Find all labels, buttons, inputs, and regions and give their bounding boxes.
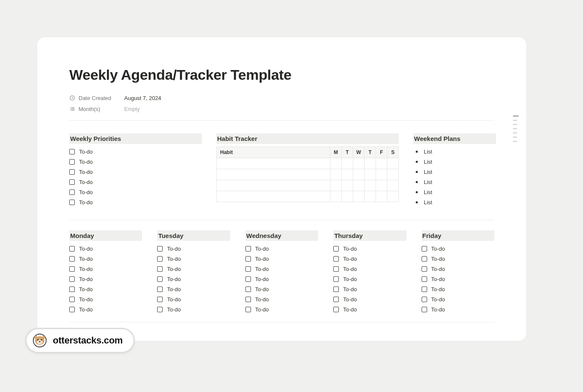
habit-day-cell[interactable] <box>365 169 376 180</box>
habit-day-cell[interactable] <box>387 191 399 202</box>
todo-item[interactable]: To-do <box>69 167 202 177</box>
todo-item[interactable]: To-do <box>69 264 142 274</box>
todo-text[interactable]: To-do <box>343 246 357 252</box>
todo-text[interactable]: To-do <box>343 306 357 313</box>
checkbox-icon[interactable] <box>422 307 427 312</box>
habit-day-cell[interactable] <box>387 180 399 191</box>
checkbox-icon[interactable] <box>69 287 75 292</box>
todo-text[interactable]: To-do <box>79 149 93 155</box>
todo-text[interactable]: To-do <box>79 306 93 313</box>
todo-item[interactable]: To-do <box>333 243 406 254</box>
habit-day-cell[interactable] <box>365 158 376 169</box>
checkbox-icon[interactable] <box>333 287 339 292</box>
todo-item[interactable]: To-do <box>422 264 494 274</box>
todo-item[interactable]: To-do <box>157 254 230 264</box>
list-item[interactable]: List <box>413 177 496 187</box>
habit-cell[interactable] <box>217 191 330 202</box>
checkbox-icon[interactable] <box>69 189 75 195</box>
todo-item[interactable]: To-do <box>69 197 202 207</box>
habit-day-cell[interactable] <box>342 169 353 180</box>
todo-item[interactable]: To-do <box>333 254 406 264</box>
property-value-months[interactable]: Empty <box>124 106 140 112</box>
todo-item[interactable]: To-do <box>157 304 230 314</box>
habit-day-cell[interactable] <box>376 180 387 191</box>
list-item[interactable]: List <box>413 197 496 207</box>
checkbox-icon[interactable] <box>69 297 75 302</box>
todo-item[interactable]: To-do <box>157 294 230 304</box>
todo-text[interactable]: To-do <box>431 246 445 252</box>
todo-item[interactable]: To-do <box>245 294 318 304</box>
habit-day-cell[interactable] <box>376 169 387 180</box>
checkbox-icon[interactable] <box>69 179 75 185</box>
todo-text[interactable]: To-do <box>431 296 445 303</box>
todo-text[interactable]: To-do <box>431 266 445 272</box>
todo-text[interactable]: To-do <box>79 199 93 205</box>
checkbox-icon[interactable] <box>157 307 163 312</box>
todo-text[interactable]: To-do <box>79 286 93 292</box>
todo-item[interactable]: To-do <box>422 254 494 264</box>
list-text[interactable]: List <box>424 179 432 185</box>
checkbox-icon[interactable] <box>333 297 339 302</box>
checkbox-icon[interactable] <box>69 169 75 175</box>
checkbox-icon[interactable] <box>333 246 339 251</box>
checkbox-icon[interactable] <box>422 276 427 282</box>
habit-cell[interactable] <box>217 169 330 180</box>
todo-item[interactable]: To-do <box>422 294 494 304</box>
todo-text[interactable]: To-do <box>167 266 181 272</box>
todo-item[interactable]: To-do <box>245 254 318 264</box>
todo-text[interactable]: To-do <box>255 296 269 303</box>
todo-text[interactable]: To-do <box>343 296 357 303</box>
todo-text[interactable]: To-do <box>343 286 357 292</box>
habit-tracker-table[interactable]: Habit M T W T F S <box>216 146 399 202</box>
todo-item[interactable]: To-do <box>69 304 142 314</box>
todo-text[interactable]: To-do <box>79 256 93 262</box>
habit-day-cell[interactable] <box>387 169 399 180</box>
todo-item[interactable]: To-do <box>69 294 142 304</box>
todo-text[interactable]: To-do <box>79 189 93 195</box>
todo-item[interactable]: To-do <box>422 274 494 284</box>
habit-day-cell[interactable] <box>353 191 365 202</box>
checkbox-icon[interactable] <box>245 246 251 251</box>
todo-text[interactable]: To-do <box>255 256 269 262</box>
checkbox-icon[interactable] <box>69 307 75 312</box>
todo-text[interactable]: To-do <box>255 306 269 313</box>
todo-item[interactable]: To-do <box>69 254 142 264</box>
habit-day-cell[interactable] <box>353 158 365 169</box>
checkbox-icon[interactable] <box>69 266 75 272</box>
todo-item[interactable]: To-do <box>245 264 318 274</box>
habit-day-cell[interactable] <box>376 158 387 169</box>
checkbox-icon[interactable] <box>69 256 75 262</box>
checkbox-icon[interactable] <box>69 276 75 282</box>
checkbox-icon[interactable] <box>245 287 251 292</box>
checkbox-icon[interactable] <box>157 246 163 251</box>
todo-item[interactable]: To-do <box>422 304 494 314</box>
todo-text[interactable]: To-do <box>431 306 445 313</box>
todo-text[interactable]: To-do <box>343 266 357 272</box>
todo-item[interactable]: To-do <box>245 243 318 254</box>
list-item[interactable]: List <box>413 187 496 197</box>
list-text[interactable]: List <box>424 189 432 195</box>
checkbox-icon[interactable] <box>333 307 339 312</box>
checkbox-icon[interactable] <box>245 266 251 272</box>
habit-row[interactable] <box>217 191 399 202</box>
todo-item[interactable]: To-do <box>69 284 142 294</box>
todo-item[interactable]: To-do <box>69 243 142 254</box>
todo-text[interactable]: To-do <box>79 179 93 185</box>
todo-text[interactable]: To-do <box>79 266 93 272</box>
todo-item[interactable]: To-do <box>69 157 202 167</box>
habit-row[interactable] <box>217 180 399 191</box>
todo-text[interactable]: To-do <box>431 276 445 282</box>
todo-text[interactable]: To-do <box>255 276 269 282</box>
habit-day-cell[interactable] <box>365 191 376 202</box>
checkbox-icon[interactable] <box>245 256 251 262</box>
habit-day-cell[interactable] <box>353 169 365 180</box>
todo-text[interactable]: To-do <box>343 276 357 282</box>
todo-item[interactable]: To-do <box>333 264 406 274</box>
todo-item[interactable]: To-do <box>333 304 406 314</box>
checkbox-icon[interactable] <box>422 297 427 302</box>
habit-day-cell[interactable] <box>342 191 353 202</box>
checkbox-icon[interactable] <box>245 307 251 312</box>
todo-item[interactable]: To-do <box>157 274 230 284</box>
habit-cell[interactable] <box>217 180 330 191</box>
todo-item[interactable]: To-do <box>422 284 494 294</box>
